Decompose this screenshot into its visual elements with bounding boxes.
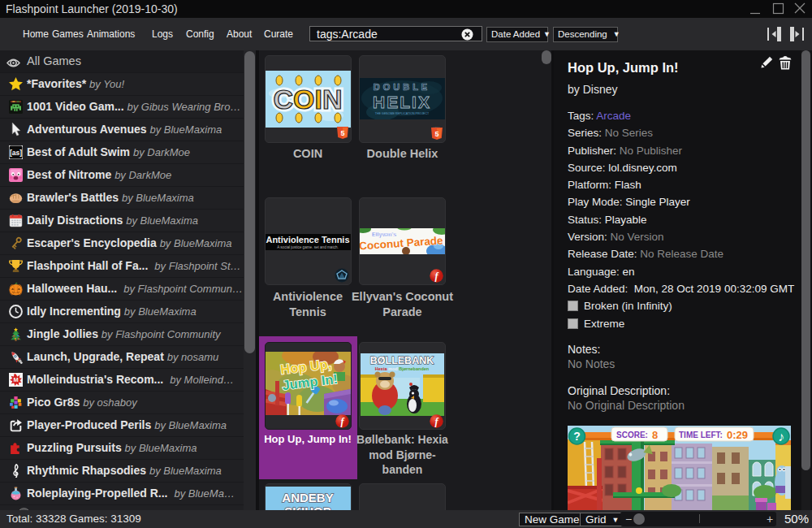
svg-text:Hexia mod Bjørnebanden: Hexia mod Bjørnebanden <box>375 366 430 371</box>
svg-text:SCORE:: SCORE: <box>616 431 648 439</box>
svg-text:DOUBLE: DOUBLE <box>374 82 430 92</box>
svg-text:TIME LEFT:: TIME LEFT: <box>679 431 723 439</box>
svg-text:5: 5 <box>340 129 344 137</box>
svg-text:8: 8 <box>652 429 658 441</box>
svg-text:Antiviolence Tennis: Antiviolence Tennis <box>266 235 349 245</box>
svg-text:THE GENOME REPLICATION PROJECT: THE GENOME REPLICATION PROJECT <box>375 112 430 115</box>
svg-text:[as]: [as] <box>10 149 22 157</box>
svg-text:BØLLEBANK: BØLLEBANK <box>370 355 434 366</box>
svg-text:M: M <box>13 376 18 383</box>
svg-text:?: ? <box>573 430 581 443</box>
svg-text:SKIHOP: SKIHOP <box>284 504 331 511</box>
svg-text:A social justice game. set and: A social justice game. set and match. <box>277 245 339 249</box>
svg-text:COIN: COIN <box>273 84 342 115</box>
svg-text:5: 5 <box>434 130 438 138</box>
svg-text:0:29: 0:29 <box>727 429 748 441</box>
svg-text:♪: ♪ <box>778 430 784 444</box>
svg-text:ANDEBY: ANDEBY <box>282 491 333 504</box>
svg-text:HELIX: HELIX <box>373 93 431 111</box>
